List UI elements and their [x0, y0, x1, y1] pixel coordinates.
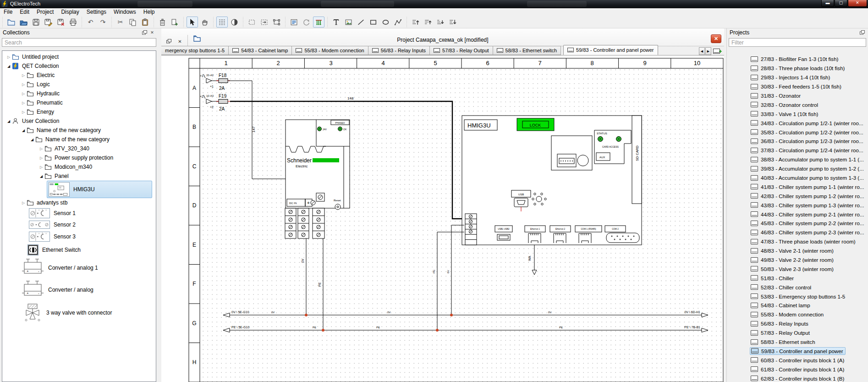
- tab-55-modem-connection[interactable]: 55/83 - Modem connection: [291, 46, 368, 55]
- tree-item-panel[interactable]: ◢ Panel: [2, 172, 156, 181]
- menu-help[interactable]: Help: [140, 8, 159, 16]
- selection-rect-button[interactable]: [246, 17, 258, 28]
- project-diagram-row[interactable]: 55/83 - Modem connection: [728, 310, 868, 319]
- project-diagram-row[interactable]: 32/83 - Ozonator control: [728, 100, 868, 109]
- project-diagram-row[interactable]: 42/83 - Chiller system pump 1-2 (winter …: [728, 191, 868, 200]
- expander-icon[interactable]: ▷: [20, 201, 27, 205]
- print-button[interactable]: [67, 17, 79, 28]
- select-mode-button[interactable]: [187, 17, 198, 28]
- hmi-panel-hmig3u[interactable]: HMIG3U LOCK STATUS: [462, 116, 642, 245]
- project-diagram-row[interactable]: 43/83 - Chiller system pump 1-3 (winter …: [728, 200, 868, 210]
- import-element-button[interactable]: [169, 17, 181, 28]
- project-diagram-row[interactable]: 59/83 - Controller and panel power: [728, 347, 868, 356]
- project-diagram-row[interactable]: 62/83 - Controller inputs block 1 (B): [728, 374, 868, 382]
- selection-resize-button[interactable]: [271, 17, 282, 28]
- tree-item-modicon-m340[interactable]: ▷ Modicon_m340: [2, 162, 156, 172]
- add-line-button[interactable]: [355, 17, 367, 28]
- close-panel-icon[interactable]: ✕: [149, 30, 155, 36]
- open-project-button[interactable]: [18, 17, 29, 28]
- minimize-button[interactable]: ▬: [821, 0, 834, 7]
- tree-item-ethernet-switch[interactable]: Ethernet Switch: [2, 243, 156, 257]
- expander-icon[interactable]: ◢: [20, 128, 27, 133]
- expander-icon[interactable]: ▷: [20, 83, 27, 87]
- add-ellipse-button[interactable]: [380, 17, 391, 28]
- terminal-strip-left[interactable]: [285, 208, 324, 238]
- project-diagram-row[interactable]: 35/83 - Circulation pump 1/2-2 (winter r…: [728, 127, 868, 137]
- project-diagram-row[interactable]: 28/83 - Three phase loads (10t fish): [728, 64, 868, 73]
- tab-54-cabinet-lamp[interactable]: 54/83 - Cabinet lamp: [228, 46, 291, 55]
- project-diagram-row[interactable]: 30/83 - Feed feeders 1-5 (10t fish): [728, 82, 868, 91]
- new-element-button[interactable]: [5, 17, 17, 28]
- project-diagram-row[interactable]: 57/83 - Relay Output: [728, 328, 868, 338]
- tree-item-logic[interactable]: ▷ Logic: [2, 80, 156, 89]
- redo-button[interactable]: ↷: [97, 17, 109, 28]
- menu-display[interactable]: Display: [57, 8, 82, 16]
- project-diagram-row[interactable]: 56/83 - Relay Inputs: [728, 319, 868, 328]
- cut-button[interactable]: ✂: [115, 17, 126, 28]
- project-diagram-row[interactable]: 31/83 - Ozonator: [728, 91, 868, 100]
- expander-icon[interactable]: ▷: [20, 92, 27, 96]
- close-project-button[interactable]: ✕: [711, 34, 721, 43]
- menu-edit[interactable]: Edit: [16, 8, 33, 16]
- folio-list-button[interactable]: [288, 17, 300, 28]
- tab-59-controller-and-panel-power[interactable]: 59/83 - Controller and panel power: [563, 45, 658, 55]
- project-diagram-row[interactable]: 58/83 - Ethernet switch: [728, 338, 868, 347]
- project-diagram-row[interactable]: 45/83 - Chiller system pump 2-2 (winter …: [728, 219, 868, 228]
- project-diagram-row[interactable]: 39/83 - Accumulator pump to system 1-2 (…: [728, 164, 868, 173]
- project-diagram-row[interactable]: 27/83 - Biofilter Fan 1-3 (10t fish): [728, 55, 868, 64]
- tree-item-atv-320-340[interactable]: ▷ ATV_320_340: [2, 144, 156, 153]
- expander-icon[interactable]: ◢: [38, 174, 45, 178]
- search-input[interactable]: [2, 38, 156, 47]
- copy-button[interactable]: [127, 17, 138, 28]
- raise-selection-button[interactable]: [422, 17, 434, 28]
- project-diagram-row[interactable]: 44/83 - Chiller system pump 2-1 (winter …: [728, 210, 868, 219]
- tree-item-sensor-2[interactable]: Sensor 2: [2, 219, 156, 230]
- paste-button[interactable]: [139, 17, 151, 28]
- project-diagram-row[interactable]: 41/83 - Chiller system pump 1-1 (winter …: [728, 182, 868, 191]
- expander-icon[interactable]: ▷: [38, 147, 45, 151]
- expander-icon[interactable]: ▷: [20, 101, 27, 105]
- conductor-rotate-button[interactable]: [301, 17, 312, 28]
- undo-button[interactable]: ↶: [85, 17, 96, 28]
- project-diagram-row[interactable]: 38/83 - Accumulator pump to system 1-1 (…: [728, 155, 868, 164]
- tree-item-hydraulic[interactable]: ▷ Hydraulic: [2, 89, 156, 98]
- expander-icon[interactable]: ▷: [20, 110, 27, 114]
- tree-item-sensor-1[interactable]: Sensor 1: [2, 207, 156, 219]
- tree-item-qet-collection[interactable]: ◢ QET Collection: [2, 61, 156, 71]
- diagram-canvas[interactable]: 1 2 3 4 5 6 7 8 9 10 A B C D E F: [161, 55, 724, 382]
- expander-icon[interactable]: ▷: [38, 165, 45, 169]
- project-diagram-row[interactable]: 50/83 - Valve 2-3 (winter room): [728, 264, 868, 273]
- save-button[interactable]: [30, 17, 42, 28]
- add-image-button[interactable]: [343, 17, 354, 28]
- expander-icon[interactable]: ◢: [5, 119, 12, 123]
- project-diagram-row[interactable]: 34/83 - Circulation pump 1/2-1 (winter r…: [728, 118, 868, 127]
- project-diagram-row[interactable]: 33/83 - Valve 1 (10t fish): [728, 109, 868, 118]
- tree-item-hmig3u[interactable]: HMIG3U: [2, 181, 156, 198]
- tree-item-sensor-3[interactable]: Sensor 3: [2, 230, 156, 243]
- project-diagram-row[interactable]: 36/83 - Circulation pump 1/2-3 (winter r…: [728, 137, 868, 146]
- add-polyline-button[interactable]: [392, 17, 404, 28]
- expander-icon[interactable]: ▷: [20, 73, 27, 78]
- menu-settings[interactable]: Settings: [83, 8, 110, 16]
- bring-forward-button[interactable]: [410, 17, 421, 28]
- tab-scroll-left-button[interactable]: ◀: [699, 47, 705, 55]
- tree-item-converter-analog-1[interactable]: +- Converter / analog 1: [2, 257, 156, 279]
- expander-icon[interactable]: ▷: [38, 156, 45, 160]
- tab-58-ethernet-switch[interactable]: 58/83 - Ethernet switch: [493, 46, 561, 55]
- project-diagram-row[interactable]: 49/83 - Valve 2-2 (winter room): [728, 255, 868, 265]
- project-diagram-row[interactable]: 61/83 - Controller inputs block 1 (A): [728, 365, 868, 374]
- tab-56-relay-inputs[interactable]: 56/83 - Relay Inputs: [368, 46, 429, 55]
- add-text-button[interactable]: [330, 17, 342, 28]
- project-diagram-row[interactable]: 48/83 - Valve 2-1 (winter room): [728, 246, 868, 255]
- tab-scroll-right-button[interactable]: ▶: [705, 47, 711, 55]
- project-diagram-row[interactable]: 37/83 - Circulation pump 1/2-4 (winter r…: [728, 146, 868, 155]
- project-diagram-row[interactable]: 40/83 - Accumulator pump to system 1-3 (…: [728, 173, 868, 183]
- float-panel-icon[interactable]: [141, 30, 148, 36]
- project-diagram-row[interactable]: 54/83 - Cabinet lamp: [728, 301, 868, 310]
- menu-file[interactable]: File: [0, 8, 16, 16]
- lower-selection-button[interactable]: [434, 17, 446, 28]
- menu-project[interactable]: Project: [33, 8, 57, 16]
- tree-item-untitled-project[interactable]: ▷ Untitled project: [2, 52, 156, 61]
- antialiasing-button[interactable]: [229, 17, 240, 28]
- add-diagram-button[interactable]: [712, 47, 723, 55]
